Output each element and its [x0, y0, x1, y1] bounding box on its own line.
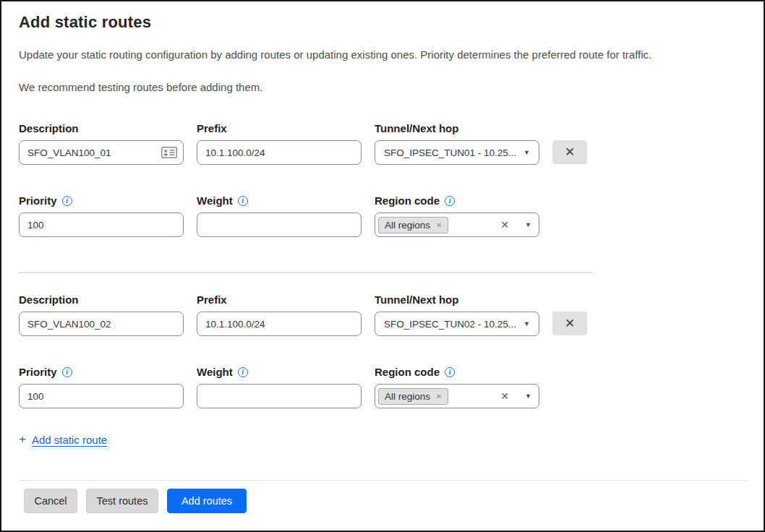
prefix-input[interactable] — [197, 312, 362, 336]
plus-icon: + — [19, 432, 26, 447]
description-label: Description — [19, 293, 184, 306]
prefix-label: Prefix — [197, 121, 362, 135]
contact-card-icon — [161, 147, 177, 158]
description-field-2: Description — [19, 293, 184, 336]
add-static-routes-dialog: Add static routes Update your static rou… — [0, 0, 765, 532]
caret-down-icon: ▼ — [523, 149, 530, 156]
close-icon: ✕ — [565, 317, 575, 330]
prefix-label: Prefix — [197, 293, 362, 306]
region-code-field-1: Region code i All regions ✕ ✕ ▼ — [375, 194, 539, 237]
region-code-multiselect[interactable]: All regions ✕ ✕ ▼ — [375, 213, 539, 237]
weight-input[interactable] — [197, 213, 362, 237]
test-routes-button[interactable]: Test routes — [86, 489, 158, 513]
priority-field-2: Priority i — [19, 365, 184, 408]
region-tag-label: All regions — [385, 220, 430, 231]
info-icon[interactable]: i — [445, 196, 455, 206]
weight-label: Weight — [197, 194, 233, 207]
weight-label: Weight — [197, 365, 233, 379]
info-icon[interactable]: i — [238, 196, 248, 206]
tag-close-icon[interactable]: ✕ — [436, 392, 442, 400]
priority-label: Priority — [19, 194, 57, 207]
info-icon[interactable]: i — [445, 367, 455, 377]
priority-field-1: Priority i — [19, 194, 184, 237]
weight-field-1: Weight i — [197, 194, 362, 237]
region-code-field-2: Region code i All regions ✕ ✕ ▼ — [375, 365, 539, 408]
remove-route-button[interactable]: ✕ — [552, 312, 587, 335]
priority-label: Priority — [19, 365, 57, 379]
info-icon[interactable]: i — [62, 196, 72, 206]
route-divider — [19, 272, 593, 273]
clear-icon[interactable]: ✕ — [500, 219, 509, 231]
tunnel-selected-value: SFO_IPSEC_TUN01 - 10.25... — [384, 147, 516, 158]
region-tag-chip: All regions ✕ — [378, 217, 448, 233]
tunnel-select[interactable]: SFO_IPSEC_TUN02 - 10.25... ▼ — [375, 312, 539, 336]
caret-down-icon: ▼ — [523, 320, 530, 327]
region-code-multiselect[interactable]: All regions ✕ ✕ ▼ — [375, 384, 539, 408]
region-tag-chip: All regions ✕ — [378, 388, 448, 405]
info-icon[interactable]: i — [62, 367, 72, 377]
intro-recommendation-text: We recommend testing routes before addin… — [19, 81, 746, 93]
tunnel-field-1: Tunnel/Next hop SFO_IPSEC_TUN01 - 10.25.… — [375, 121, 539, 165]
priority-input[interactable] — [19, 213, 184, 237]
region-tag-label: All regions — [385, 391, 430, 402]
close-icon: ✕ — [565, 146, 575, 158]
add-static-route-label: Add static route — [32, 434, 107, 446]
tunnel-field-2: Tunnel/Next hop SFO_IPSEC_TUN02 - 10.25.… — [375, 293, 539, 336]
description-input[interactable] — [19, 140, 184, 165]
region-code-label: Region code — [375, 194, 440, 207]
tunnel-select[interactable]: SFO_IPSEC_TUN01 - 10.25... ▼ — [375, 140, 539, 165]
region-code-label: Region code — [375, 365, 440, 379]
tunnel-label: Tunnel/Next hop — [375, 121, 539, 135]
prefix-field-1: Prefix — [197, 121, 362, 165]
clear-icon[interactable]: ✕ — [500, 390, 509, 402]
footer-actions: Cancel Test routes Add routes — [24, 489, 247, 513]
add-static-route-link[interactable]: + Add static route — [19, 432, 107, 447]
caret-down-icon: ▼ — [525, 221, 531, 228]
intro-text: Update your static routing configuration… — [19, 48, 745, 61]
add-routes-button[interactable]: Add routes — [167, 489, 247, 513]
tag-close-icon[interactable]: ✕ — [436, 221, 442, 229]
footer-divider — [19, 480, 748, 481]
weight-field-2: Weight i — [197, 365, 362, 408]
tunnel-label: Tunnel/Next hop — [375, 293, 539, 306]
description-label: Description — [19, 121, 184, 135]
cancel-button[interactable]: Cancel — [24, 489, 77, 513]
priority-input[interactable] — [19, 384, 184, 408]
route-section-2: Description Prefix Tunnel/Next hop SFO_I… — [19, 293, 746, 408]
description-field-1: Description — [19, 121, 184, 165]
page-title: Add static routes — [19, 13, 746, 32]
info-icon[interactable]: i — [238, 367, 248, 377]
weight-input[interactable] — [197, 384, 362, 408]
caret-down-icon: ▼ — [525, 392, 531, 400]
prefix-input[interactable] — [197, 140, 362, 165]
remove-route-button[interactable]: ✕ — [552, 140, 587, 164]
route-section-1: Description Prefix — [19, 121, 746, 237]
description-input[interactable] — [19, 312, 184, 336]
tunnel-selected-value: SFO_IPSEC_TUN02 - 10.25... — [384, 319, 516, 330]
prefix-field-2: Prefix — [197, 293, 362, 336]
